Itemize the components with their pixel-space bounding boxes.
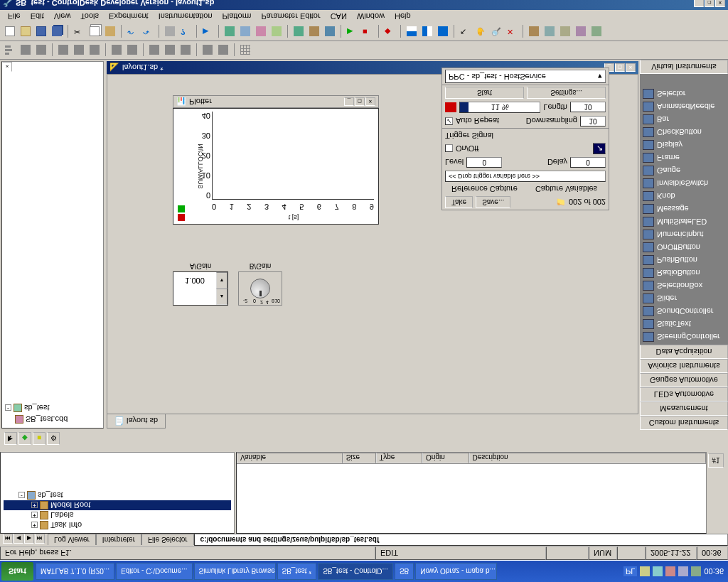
layout1-icon[interactable] [405,25,419,39]
palette-item[interactable]: Knob [641,190,727,203]
tool-yellow-icon[interactable]: ■ [33,432,46,445]
stop-icon[interactable]: ■ [360,25,375,39]
paste-icon[interactable] [103,25,117,39]
collapse-icon[interactable]: - [5,405,11,411]
trigger-type-icon[interactable]: ↗ [593,143,606,154]
col-origin[interactable]: Origin [422,453,469,463]
palette-item[interactable]: OnOffButton [641,241,727,254]
saveall-icon[interactable] [50,25,64,39]
align-right-icon[interactable] [34,43,48,58]
nav-child[interactable]: SB_test.cdd [26,415,68,424]
taskbar-item[interactable]: MATLAB 7.1.0 (R20... [36,563,114,580]
tree-label[interactable]: Labels [50,511,73,519]
col-description[interactable]: Description [469,453,706,463]
col-variable[interactable]: Variable [237,453,343,463]
save-icon[interactable] [34,25,48,39]
collapse-icon[interactable]: - [18,492,25,499]
taskbar-item-active[interactable]: SB_test - ControlD... [318,563,393,580]
start-button[interactable]: Start [1,562,33,581]
save-button[interactable]: Save... [476,196,510,208]
menu-tools[interactable]: Tools [75,11,104,22]
menu-experiment[interactable]: Experiment [104,11,154,22]
taskbar-item[interactable]: Nowy Obraz - mapa b... [415,563,497,580]
palette-cat[interactable]: Data Acquisition [640,345,728,359]
log-icon[interactable] [269,25,284,39]
maximize-icon[interactable]: □ [355,97,365,106]
expand-icon[interactable]: + [31,522,38,529]
palette-item[interactable]: SelectionBox [641,279,727,292]
palette-item[interactable]: Gauge [641,164,727,177]
tab-nav-prev[interactable]: ◀ [14,534,23,544]
expand-icon[interactable]: + [31,512,38,519]
misc5-icon[interactable] [589,25,604,39]
palette-item[interactable]: Message [641,203,727,215]
layout2-icon[interactable] [420,25,434,39]
palette-cat[interactable]: Custom Instruments [640,416,728,430]
maximize-icon[interactable]: □ [615,63,625,72]
print-icon[interactable] [163,25,177,39]
minimize-icon[interactable]: _ [694,0,704,7]
send-back-icon[interactable] [216,43,230,58]
tray-icon[interactable] [640,566,650,576]
length-input[interactable] [570,102,606,113]
tab-nav-next[interactable]: ▶ [24,534,34,544]
menu-help[interactable]: Help [390,11,416,22]
run-icon[interactable]: ▶ [200,25,215,39]
nav-root[interactable]: sb_test [24,404,49,412]
tab-log-viewer[interactable]: Log Viewer [48,534,96,545]
palette-item[interactable]: PushButton [641,254,727,266]
tool-window-icon[interactable] [238,25,252,39]
align-middle-icon[interactable] [72,43,86,58]
misc4-icon[interactable] [574,25,588,39]
copy-icon[interactable] [87,25,102,39]
tree-label[interactable]: Task Info [50,521,82,529]
tool-green-icon[interactable]: ◆ [18,432,31,445]
settings-button[interactable]: Settings... [527,87,606,99]
tab-interpreter[interactable]: Interpreter [96,534,141,545]
palette-item[interactable]: Display [641,139,727,151]
palette-item[interactable]: AnimatedNeedle [641,100,727,113]
palette-item[interactable]: RadioButton [641,266,727,279]
new-icon[interactable] [3,25,17,39]
downsampling-input[interactable] [580,116,606,126]
tool-gear-icon[interactable]: ⚙ [47,432,60,445]
same-width-icon[interactable] [147,43,161,58]
distribute-h-icon[interactable] [109,43,124,58]
palette-item[interactable]: Slider [641,292,727,305]
menu-platform[interactable]: Platform [218,11,257,22]
autorepeat-checkbox[interactable]: ✓ [445,117,453,125]
palette-icon[interactable] [254,25,268,39]
test-mode-icon[interactable] [307,25,321,39]
delay-input[interactable] [570,157,606,168]
open-icon[interactable] [18,25,33,39]
tree-root-label[interactable]: sb_test [38,491,63,500]
tray-icon[interactable] [691,566,701,576]
page-number[interactable]: #1 [708,453,724,468]
palette-item[interactable]: CheckButton [641,126,727,139]
tree-label[interactable]: Model Root [50,501,90,510]
taskbar-item[interactable]: SB [395,563,414,580]
variable-tree[interactable]: +Task Info +Labels +Model Root -sb_test [0,452,235,534]
palette-item[interactable]: SoundController [641,305,727,318]
minimize-icon[interactable]: _ [344,97,354,106]
palette-item[interactable]: SteeringController [641,330,727,343]
start-button[interactable]: Start [445,87,524,99]
help-icon[interactable]: ? [178,25,193,39]
spin-up-icon[interactable]: ▲ [216,289,228,305]
close-icon[interactable]: × [715,0,725,7]
col-type[interactable]: Type [376,453,422,463]
tab-nav-last[interactable]: ⏭ [35,534,45,544]
palette-item[interactable]: InvisibleSwitch [641,177,727,190]
level-input[interactable] [466,157,502,168]
close-icon[interactable]: × [626,63,636,72]
folder-icon[interactable]: 📁 [556,198,566,207]
tray-icon[interactable] [678,566,688,576]
navigator-icon[interactable] [223,25,237,39]
palette-footer[interactable]: Virtual Instruments [640,60,728,74]
taskbar-item[interactable]: Editor - C:\Docume... [116,563,192,580]
redo-icon[interactable]: ↷ [141,25,155,39]
align-center-icon[interactable] [18,43,33,58]
layout3-icon[interactable] [436,25,450,39]
tray-icon[interactable] [665,566,675,576]
language-indicator[interactable]: PL [623,566,637,576]
